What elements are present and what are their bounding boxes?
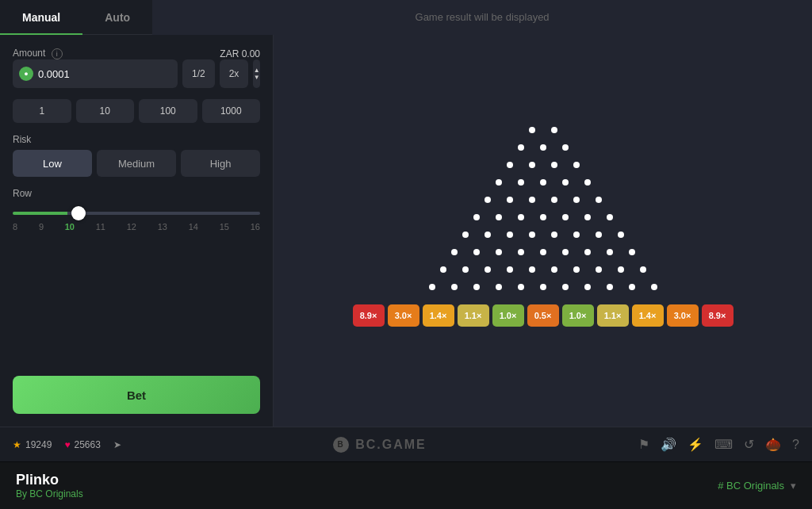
peg	[584, 214, 591, 220]
peg	[584, 179, 591, 186]
risk-high-button[interactable]: High	[181, 150, 260, 177]
peg	[596, 232, 602, 238]
quick-btn-100[interactable]: 100	[139, 99, 197, 123]
row-label-15: 15	[220, 222, 229, 232]
game-title: Plinko	[16, 472, 718, 488]
zar-amount: ZAR 0.00	[220, 48, 260, 59]
peg	[529, 266, 535, 273]
quick-btn-1000[interactable]: 1000	[202, 99, 261, 123]
peg-row	[443, 249, 643, 255]
peg	[473, 249, 480, 255]
peg	[618, 232, 624, 238]
risk-low-button[interactable]: Low	[13, 150, 92, 177]
double-button[interactable]: 2x	[220, 59, 249, 88]
peg	[507, 266, 513, 273]
help-icon[interactable]: ?	[792, 438, 799, 452]
row-slider[interactable]	[13, 212, 260, 215]
multiplier-box: 3.0×	[667, 304, 699, 327]
refresh-icon[interactable]: ↺	[744, 437, 754, 452]
row-label-11: 11	[96, 222, 105, 232]
peg-row	[477, 197, 610, 203]
peg	[540, 249, 546, 255]
row-label-12: 12	[127, 222, 136, 232]
lightning-icon[interactable]: ⚡	[688, 437, 703, 452]
title-bar: Plinko By BC Originals # BC Originals ▾	[0, 461, 812, 509]
right-panel: 8.9×3.0×1.4×1.1×1.0×0.5×1.0×1.1×1.4×3.0×…	[274, 35, 812, 427]
up-arrow-icon: ▲	[254, 67, 260, 74]
peg	[507, 162, 513, 168]
peg-row	[521, 127, 565, 133]
peg	[440, 266, 446, 273]
half-button[interactable]: 1/2	[182, 59, 215, 88]
peg	[640, 266, 646, 273]
multiplier-box: 1.1×	[458, 304, 489, 327]
peg	[529, 127, 535, 133]
peg-row	[488, 179, 599, 186]
peg	[607, 214, 613, 220]
peg	[485, 232, 491, 238]
updown-button[interactable]: ▲ ▼	[253, 59, 260, 88]
tab-manual[interactable]: Manual	[0, 0, 82, 35]
amount-input[interactable]	[38, 68, 171, 80]
peg	[540, 144, 546, 151]
quick-btn-1[interactable]: 1	[13, 99, 71, 123]
peg	[529, 197, 535, 203]
peg	[562, 179, 569, 186]
peg	[518, 249, 524, 255]
peg	[518, 284, 524, 290]
multiplier-row: 8.9×3.0×1.4×1.1×1.0×0.5×1.0×1.1×1.4×3.0×…	[353, 304, 733, 327]
peg	[596, 197, 602, 203]
peg	[584, 284, 591, 290]
status-bar: ★ 19249 ♥ 25663 ➤ B BC.GAME ⚑ 🔊 ⚡ ⌨ ↺ 🌰 …	[0, 427, 812, 461]
info-icon[interactable]: i	[52, 48, 63, 59]
peg	[540, 214, 546, 220]
peg	[496, 179, 502, 186]
peg	[551, 127, 557, 133]
multiplier-box: 1.0×	[492, 304, 524, 327]
peg	[573, 266, 580, 273]
volume-icon[interactable]: 🔊	[661, 437, 676, 452]
peg	[607, 284, 613, 290]
multiplier-box: 3.0×	[388, 304, 419, 327]
peg	[496, 249, 502, 255]
star-icon: ★	[13, 439, 21, 450]
bc-game-logo: B BC.GAME	[121, 437, 638, 453]
peg	[573, 197, 580, 203]
row-labels: 8 9 10 11 12 13 14 15 16	[13, 222, 260, 232]
peg	[507, 232, 513, 238]
title-right-category[interactable]: # BC Originals ▾	[718, 480, 796, 492]
settings-icon[interactable]: 🌰	[765, 437, 781, 452]
plinko-canvas: 8.9×3.0×1.4×1.1×1.0×0.5×1.0×1.1×1.4×3.0×…	[353, 127, 733, 327]
peg	[562, 284, 569, 290]
game-result-bar: Game result will be displayed	[152, 0, 812, 35]
tab-auto[interactable]: Auto	[82, 0, 152, 35]
peg	[596, 266, 602, 273]
heart-icon: ♥	[64, 439, 70, 450]
row-label-13: 13	[158, 222, 167, 232]
peg	[562, 144, 569, 151]
peg-row	[454, 232, 632, 238]
bet-button[interactable]: Bet	[13, 376, 260, 414]
peg	[562, 249, 569, 255]
brand-name[interactable]: BC Originals	[29, 488, 82, 499]
send-stat[interactable]: ➤	[113, 439, 121, 450]
chevron-down-icon: ▾	[791, 480, 796, 492]
amount-header: Amount i ZAR 0.00	[13, 48, 260, 59]
stars-count: 19249	[25, 439, 52, 450]
amount-label: Amount i	[13, 48, 63, 59]
hearts-stat: ♥ 25663	[64, 439, 101, 450]
row-label-9: 9	[39, 222, 44, 232]
keyboard-icon[interactable]: ⌨	[714, 437, 733, 452]
peg	[629, 249, 635, 255]
multiplier-box: 0.5×	[527, 304, 559, 327]
peg	[573, 162, 580, 168]
quick-btn-10[interactable]: 10	[76, 99, 135, 123]
game-subtitle: By BC Originals	[16, 488, 718, 499]
peg	[529, 232, 535, 238]
amount-input-wrapper: ●	[13, 59, 178, 88]
flag-icon[interactable]: ⚑	[638, 437, 649, 452]
peg-row	[499, 162, 588, 168]
risk-medium-button[interactable]: Medium	[97, 150, 176, 177]
peg	[429, 284, 435, 290]
down-arrow-icon: ▼	[254, 75, 260, 81]
